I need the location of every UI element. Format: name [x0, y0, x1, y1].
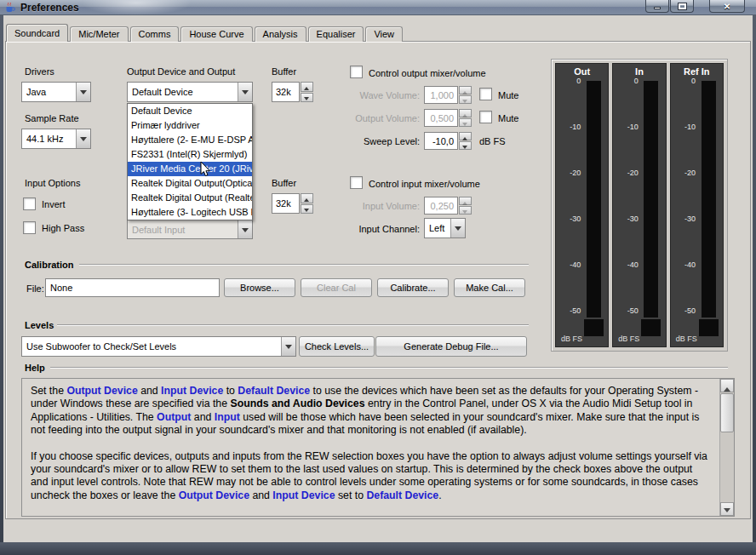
sample-rate-combo[interactable]: 44.1 kHz [21, 129, 91, 149]
spinner-down-icon[interactable] [459, 206, 472, 215]
tab-mic-meter[interactable]: Mic/Meter [70, 26, 128, 42]
output-buffer-value[interactable]: 32k [272, 82, 300, 102]
calibration-divider [79, 264, 529, 266]
chevron-down-icon[interactable] [281, 337, 295, 356]
sample-rate-label: Sample Rate [25, 113, 79, 123]
scrollbar-thumb[interactable] [720, 393, 734, 432]
meter-scale-label: -30 [684, 215, 696, 223]
meter-bar [644, 81, 658, 318]
meter-scale-label: -10 [684, 123, 696, 131]
spinner-up-icon[interactable] [459, 86, 472, 94]
spinner-down-icon[interactable] [459, 118, 472, 127]
drivers-label: Drivers [25, 66, 54, 77]
device-option-prim-r-lyddriver[interactable]: Primær lyddriver [128, 118, 252, 133]
meter-bar [702, 81, 716, 318]
scroll-up-icon[interactable] [720, 379, 734, 392]
cal-file-field[interactable]: None [45, 278, 220, 297]
tab-house-curve[interactable]: House Curve [180, 26, 252, 42]
device-option-realtek-digital-output-realtek[interactable]: Realtek Digital Output (Realtek [128, 191, 252, 205]
meter-title: Ref In [671, 66, 723, 77]
device-option-fs2331-intel-r-skjermlyd[interactable]: FS2331 (Intel(R) Skjermlyd) [128, 147, 252, 162]
spinner-up-icon[interactable] [459, 109, 472, 117]
spinner-down-icon[interactable] [459, 141, 472, 150]
sweep-level-spinner: -10,0 [424, 132, 472, 150]
soundcard-tab-panel: Drivers Java Sample Rate 44.1 kHz Input … [5, 41, 751, 519]
help-text-segment: Set the [31, 385, 66, 397]
help-term: Input Device [161, 385, 223, 397]
wave-mute-checkbox[interactable] [479, 88, 492, 100]
meter-ref-in: Ref In0-10-20-30-40-50dB FS [670, 63, 724, 347]
device-option-default-device[interactable]: Default Device [128, 104, 252, 118]
tab-analysis[interactable]: Analysis [255, 26, 306, 42]
device-option-h-yttalere-3-logitech-usb-h[interactable]: Høyttalere (3- Logitech USB H [128, 205, 252, 220]
high-pass-checkbox[interactable] [23, 221, 36, 234]
scroll-down-icon[interactable] [720, 502, 734, 516]
close-button[interactable]: ✕ [709, 0, 745, 13]
levels-selector-value: Use Subwoofer to Check/Set Levels [22, 337, 281, 356]
meter-unit-label: dB FS [676, 335, 697, 343]
help-text-segment: and [138, 385, 161, 397]
output-volume-value[interactable]: 0,500 [424, 109, 458, 127]
sweep-level-value[interactable]: -10,0 [424, 132, 458, 150]
mouse-cursor [200, 161, 211, 178]
chevron-down-icon[interactable] [450, 219, 465, 237]
spinner-up-icon[interactable] [301, 193, 313, 203]
calibration-section-title: Calibration [25, 260, 73, 270]
help-term: Output Device [179, 489, 249, 501]
make-cal-button[interactable]: Make Cal... [454, 278, 525, 297]
tab-view[interactable]: View [365, 26, 403, 42]
spinner-up-icon[interactable] [301, 82, 313, 92]
device-option-h-yttalere-2-e-mu-e-dsp-au[interactable]: Høyttalere (2- E-MU E-DSP Au [128, 133, 252, 147]
meter-clip-indicator [641, 319, 661, 336]
calibration-buttons: Browse...Clear CalCalibrate...Make Cal..… [224, 278, 525, 297]
output-buffer-spinner: 32k [272, 82, 313, 102]
tab-comms[interactable]: Comms [130, 26, 180, 42]
input-volume-value[interactable]: 0,250 [424, 197, 458, 215]
chevron-down-icon[interactable] [238, 220, 252, 238]
help-text: Set the Output Device and Input Device t… [22, 379, 719, 516]
meter-scale-label: 0 [691, 77, 696, 85]
device-option-realtek-digital-output-optical[interactable]: Realtek Digital Output(Optical) [128, 176, 252, 191]
meter-scale-label: -20 [627, 169, 639, 177]
minimize-button[interactable] [645, 0, 669, 13]
meter-scale-label: -30 [570, 215, 581, 223]
clear-cal-button[interactable]: Clear Cal [301, 278, 372, 297]
output-volume-spinner: 0,500 [424, 109, 472, 127]
invert-checkbox[interactable] [23, 197, 36, 210]
device-option-jriver-media-center-20-jrive[interactable]: JRiver Media Center 20 (JRive [128, 162, 252, 176]
spinner-up-icon[interactable] [459, 132, 472, 140]
levels-divider [57, 324, 529, 326]
input-device-value: Default Input [128, 220, 238, 238]
check-levels-button[interactable]: Check Levels... [299, 336, 375, 357]
chevron-down-icon[interactable] [238, 83, 252, 101]
help-divider [50, 367, 728, 369]
tab-soundcard[interactable]: Soundcard [6, 24, 68, 42]
output-device-combo[interactable]: Default Device [127, 82, 253, 102]
drivers-combo[interactable]: Java [21, 82, 91, 102]
browse-button[interactable]: Browse... [224, 278, 295, 297]
levels-selector-combo[interactable]: Use Subwoofer to Check/Set Levels [21, 336, 296, 357]
help-scrollbar[interactable] [719, 379, 734, 516]
spinner-up-icon[interactable] [459, 197, 472, 205]
spinner-down-icon[interactable] [301, 204, 313, 215]
spinner-down-icon[interactable] [459, 95, 472, 104]
output-device-value: Default Device [128, 83, 238, 101]
control-output-mixer-checkbox[interactable] [350, 66, 363, 78]
tab-equaliser[interactable]: Equaliser [308, 26, 364, 42]
output-buffer-label: Buffer [272, 66, 296, 77]
spinner-down-icon[interactable] [301, 93, 313, 103]
maximize-button[interactable] [670, 0, 694, 13]
generate-debug-file-button[interactable]: Generate Debug File... [375, 336, 527, 357]
control-input-mixer-checkbox[interactable] [350, 176, 363, 189]
chevron-down-icon[interactable] [76, 129, 90, 148]
input-volume-spinner: 0,250 [424, 197, 472, 215]
calibrate-button[interactable]: Calibrate... [377, 278, 449, 297]
input-channel-combo[interactable]: Left [424, 218, 466, 238]
input-buffer-value[interactable]: 32k [272, 193, 300, 214]
chevron-down-icon[interactable] [76, 83, 90, 101]
input-device-combo[interactable]: Default Input [127, 220, 253, 239]
wave-volume-label: Wave Volume: [345, 90, 420, 100]
output-mute-checkbox[interactable] [479, 111, 492, 123]
wave-volume-value[interactable]: 1,000 [424, 86, 458, 104]
meter-scale-label: -20 [684, 169, 696, 177]
